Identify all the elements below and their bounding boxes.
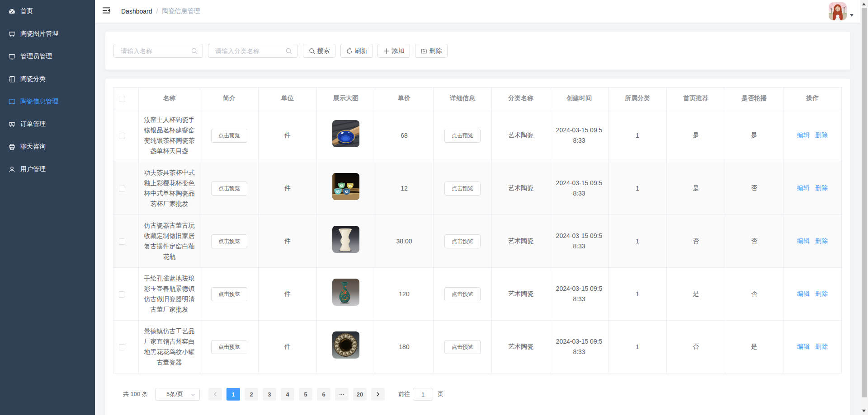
intro-preview-button[interactable]: 点击预览 <box>211 340 247 354</box>
detail-preview-button[interactable]: 点击预览 <box>444 340 481 354</box>
product-name: 景德镇仿古工艺品厂家直销吉州窑白地黑花花鸟纹小罐古董瓷器 <box>139 326 200 368</box>
created-time: 2024-03-15 09:58:33 <box>555 125 603 146</box>
home-recommend-value: 是 <box>693 131 699 139</box>
goto-page-input[interactable] <box>413 388 433 401</box>
folder-delete-icon <box>421 48 427 54</box>
page-button-2[interactable]: 2 <box>245 388 258 401</box>
detail-preview-button[interactable]: 点击预览 <box>444 182 481 196</box>
row-checkbox[interactable] <box>119 133 125 139</box>
edit-link[interactable]: 编辑 <box>797 237 810 244</box>
col-header-carousel: 是否轮播 <box>725 88 783 109</box>
product-image-colored-teacups[interactable] <box>332 173 359 200</box>
table-row: 仿古瓷器古董古玩收藏定制做旧家居复古摆件定窑白釉花瓶 点击预览 件 <box>113 215 842 268</box>
row-checkbox[interactable] <box>119 238 125 245</box>
created-time: 2024-03-15 09:58:33 <box>555 178 603 199</box>
breadcrumb-dashboard[interactable]: Dashboard <box>121 8 152 15</box>
category-value: 艺术陶瓷 <box>508 237 533 244</box>
row-checkbox[interactable] <box>119 344 125 350</box>
category-search-input[interactable] <box>208 44 297 57</box>
created-time: 2024-03-15 09:58:33 <box>555 284 603 304</box>
avatar[interactable] <box>829 2 847 20</box>
scroll-up-arrow-icon[interactable] <box>862 3 866 5</box>
scrollbar-thumb[interactable] <box>862 8 867 397</box>
sidebar-item-admins[interactable]: 管理员管理 <box>0 45 95 68</box>
add-button[interactable]: 添加 <box>377 44 410 58</box>
intro-preview-button[interactable]: 点击预览 <box>211 129 247 143</box>
row-checkbox[interactable] <box>119 186 125 192</box>
goto-label: 前往 <box>398 390 410 398</box>
price-value: 180 <box>399 343 409 350</box>
pager: 1 2 3 4 5 6 20 <box>206 388 387 401</box>
table-card: 名称 简介 单位 展示大图 单价 详细信息 分类名称 创建时间 所属分类 首页推… <box>105 78 851 415</box>
detail-preview-button[interactable]: 点击预览 <box>444 287 481 301</box>
search-icon <box>285 47 292 55</box>
more-pages-button[interactable] <box>335 388 349 401</box>
sidebar-item-users[interactable]: 用户管理 <box>0 158 95 181</box>
name-search-input[interactable] <box>114 44 203 57</box>
search-icon <box>309 48 315 54</box>
detail-preview-button[interactable]: 点击预览 <box>444 129 481 143</box>
printer-icon <box>9 144 15 150</box>
sidebar-item-ceramic-info[interactable]: 陶瓷信息管理 <box>0 90 95 113</box>
sidebar-item-ceramic-images[interactable]: 陶瓷图片管理 <box>0 23 95 45</box>
product-image-blue-lotus-bowl[interactable] <box>332 120 359 147</box>
search-icon <box>191 47 198 55</box>
select-all-checkbox[interactable] <box>119 96 125 102</box>
window-scrollbar[interactable] <box>860 0 868 415</box>
sidebar-item-home[interactable]: 首页 <box>0 0 95 23</box>
page-size-select[interactable]: 5条/页 <box>155 388 200 401</box>
next-page-button[interactable] <box>371 388 385 401</box>
sidebar-item-label: 陶瓷信息管理 <box>20 98 58 106</box>
refresh-button[interactable]: 刷新 <box>340 44 373 58</box>
sidebar-item-ceramic-category[interactable]: 陶瓷分类 <box>0 68 95 90</box>
product-image-white-glaze-vase[interactable] <box>332 226 359 253</box>
carousel-value: 否 <box>751 237 757 244</box>
table-row: 景德镇仿古工艺品厂家直销吉州窑白地黑花花鸟纹小罐古董瓷器 点击预览 件 <box>113 321 842 373</box>
delete-link[interactable]: 删除 <box>815 237 828 244</box>
created-time: 2024-03-15 09:58:33 <box>555 336 603 357</box>
scroll-down-arrow-icon[interactable] <box>862 410 866 412</box>
edit-link[interactable]: 编辑 <box>797 343 810 350</box>
caret-down-icon[interactable] <box>850 14 854 17</box>
page-button-4[interactable]: 4 <box>281 388 294 401</box>
search-button[interactable]: 搜索 <box>303 44 335 58</box>
sidebar-item-orders[interactable]: 订单管理 <box>0 113 95 135</box>
edit-link[interactable]: 编辑 <box>797 184 810 191</box>
delete-link[interactable]: 删除 <box>815 343 828 350</box>
col-header-home-recommend: 首页推荐 <box>667 88 725 109</box>
pagination-total: 共 100 条 <box>123 390 148 398</box>
hamburger-icon[interactable] <box>103 7 111 15</box>
table-row: 功夫茶具茶杯中式釉上彩樱花杯变色杯中式单杯陶瓷品茗杯厂家批发 点击预览 件 <box>113 162 842 215</box>
prev-page-button[interactable] <box>208 388 222 401</box>
delete-button[interactable]: 删除 <box>415 44 448 58</box>
sidebar: 首页 陶瓷图片管理 管理员管理 陶瓷分类 陶瓷信息管理 <box>0 0 95 415</box>
table-header-row: 名称 简介 单位 展示大图 单价 详细信息 分类名称 创建时间 所属分类 首页推… <box>113 88 842 109</box>
delete-link[interactable]: 删除 <box>815 131 828 139</box>
parent-category-value: 1 <box>636 185 639 192</box>
product-image-black-flower-jar[interactable] <box>332 331 359 359</box>
page-button-20[interactable]: 20 <box>353 388 367 401</box>
intro-preview-button[interactable]: 点击预览 <box>211 234 247 248</box>
intro-preview-button[interactable]: 点击预览 <box>211 182 247 196</box>
sidebar-item-label: 陶瓷图片管理 <box>20 30 58 38</box>
breadcrumb-current: 陶瓷信息管理 <box>162 7 200 15</box>
product-image-peacock-blue-vase[interactable] <box>332 279 359 306</box>
edit-link[interactable]: 编辑 <box>797 290 810 297</box>
intro-preview-button[interactable]: 点击预览 <box>211 287 247 301</box>
image-cell <box>317 109 375 162</box>
detail-preview-button[interactable]: 点击预览 <box>444 234 481 248</box>
sidebar-item-chat[interactable]: 聊天咨询 <box>0 135 95 158</box>
delete-link[interactable]: 删除 <box>815 290 828 297</box>
unit-value: 件 <box>284 131 291 139</box>
refresh-button-label: 刷新 <box>355 47 368 55</box>
edit-link[interactable]: 编辑 <box>797 131 810 139</box>
page-button-5[interactable]: 5 <box>299 388 312 401</box>
row-checkbox[interactable] <box>119 291 125 298</box>
page-button-3[interactable]: 3 <box>263 388 276 401</box>
col-header-name: 名称 <box>139 88 200 109</box>
sidebar-item-label: 聊天咨询 <box>20 143 46 151</box>
page-button-1[interactable]: 1 <box>226 388 240 401</box>
delete-link[interactable]: 删除 <box>815 184 828 191</box>
page-button-6[interactable]: 6 <box>317 388 330 401</box>
carousel-value: 是 <box>751 343 757 350</box>
